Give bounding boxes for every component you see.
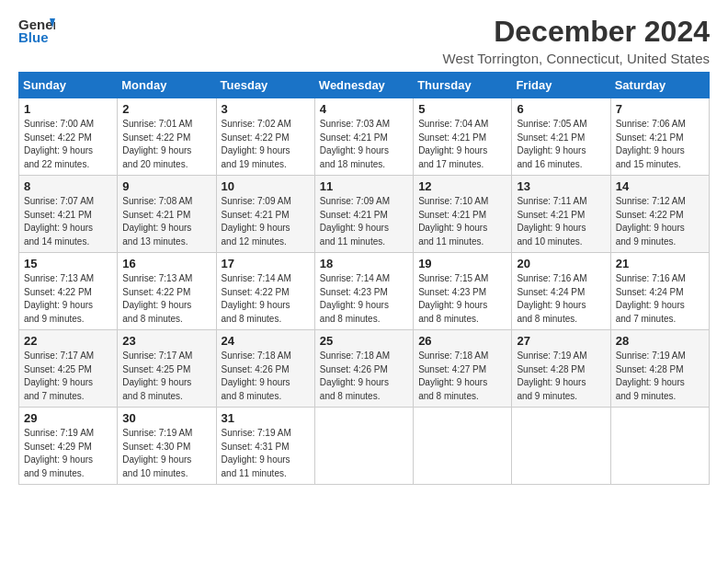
calendar-day-31: 31Sunrise: 7:19 AMSunset: 4:31 PMDayligh… <box>216 408 314 485</box>
calendar-week-4: 22Sunrise: 7:17 AMSunset: 4:25 PMDayligh… <box>19 330 710 408</box>
day-number: 6 <box>517 102 605 116</box>
calendar-day-29: 29Sunrise: 7:19 AMSunset: 4:29 PMDayligh… <box>19 408 118 485</box>
day-number: 22 <box>24 334 112 348</box>
calendar-week-3: 15Sunrise: 7:13 AMSunset: 4:22 PMDayligh… <box>19 253 710 330</box>
day-info: Sunrise: 7:13 AMSunset: 4:22 PMDaylight:… <box>122 272 210 326</box>
calendar-day-7: 7Sunrise: 7:06 AMSunset: 4:21 PMDaylight… <box>610 98 709 176</box>
day-number: 25 <box>320 334 408 348</box>
day-number: 12 <box>418 179 506 193</box>
day-info: Sunrise: 7:11 AMSunset: 4:21 PMDaylight:… <box>517 195 605 248</box>
day-info: Sunrise: 7:07 AMSunset: 4:21 PMDaylight:… <box>24 195 112 248</box>
day-info: Sunrise: 7:13 AMSunset: 4:22 PMDaylight:… <box>24 272 112 326</box>
calendar-header-row: SundayMondayTuesdayWednesdayThursdayFrid… <box>19 73 710 98</box>
day-number: 5 <box>418 102 506 116</box>
day-info: Sunrise: 7:03 AMSunset: 4:21 PMDaylight:… <box>320 118 408 171</box>
page: General Blue December 2024 West Torringt… <box>0 0 728 494</box>
day-info: Sunrise: 7:18 AMSunset: 4:27 PMDaylight:… <box>418 350 506 403</box>
day-info: Sunrise: 7:09 AMSunset: 4:21 PMDaylight:… <box>222 195 310 248</box>
calendar-day-16: 16Sunrise: 7:13 AMSunset: 4:22 PMDayligh… <box>118 253 216 330</box>
day-number: 26 <box>418 334 506 348</box>
day-number: 24 <box>222 334 310 348</box>
day-number: 16 <box>122 257 210 270</box>
day-info: Sunrise: 7:19 AMSunset: 4:30 PMDaylight:… <box>122 427 210 480</box>
day-info: Sunrise: 7:06 AMSunset: 4:21 PMDaylight:… <box>616 118 704 171</box>
main-title: December 2024 <box>443 15 710 49</box>
calendar-day-23: 23Sunrise: 7:17 AMSunset: 4:25 PMDayligh… <box>118 330 216 408</box>
weekday-header-monday: Monday <box>118 73 216 98</box>
calendar-day-8: 8Sunrise: 7:07 AMSunset: 4:21 PMDaylight… <box>19 176 118 253</box>
calendar-day-19: 19Sunrise: 7:15 AMSunset: 4:23 PMDayligh… <box>414 253 512 330</box>
day-info: Sunrise: 7:04 AMSunset: 4:21 PMDaylight:… <box>418 118 506 171</box>
calendar-day-11: 11Sunrise: 7:09 AMSunset: 4:21 PMDayligh… <box>314 176 413 253</box>
day-info: Sunrise: 7:18 AMSunset: 4:26 PMDaylight:… <box>320 350 408 403</box>
day-number: 23 <box>122 334 210 348</box>
day-info: Sunrise: 7:17 AMSunset: 4:25 PMDaylight:… <box>122 350 210 403</box>
header: General Blue December 2024 West Torringt… <box>18 15 710 66</box>
day-number: 15 <box>24 257 112 270</box>
weekday-header-tuesday: Tuesday <box>216 73 314 98</box>
calendar-day-24: 24Sunrise: 7:18 AMSunset: 4:26 PMDayligh… <box>216 330 314 408</box>
calendar-day-4: 4Sunrise: 7:03 AMSunset: 4:21 PMDaylight… <box>314 98 413 176</box>
day-info: Sunrise: 7:18 AMSunset: 4:26 PMDaylight:… <box>222 350 310 403</box>
empty-cell <box>414 408 512 485</box>
day-info: Sunrise: 7:09 AMSunset: 4:21 PMDaylight:… <box>320 195 408 248</box>
weekday-header-friday: Friday <box>512 73 610 98</box>
weekday-header-wednesday: Wednesday <box>314 73 413 98</box>
empty-cell <box>314 408 413 485</box>
logo: General Blue <box>18 15 57 48</box>
day-number: 4 <box>320 102 408 116</box>
day-number: 30 <box>122 411 210 425</box>
empty-cell <box>610 408 709 485</box>
day-number: 9 <box>122 179 210 193</box>
calendar-day-28: 28Sunrise: 7:19 AMSunset: 4:28 PMDayligh… <box>610 330 709 408</box>
weekday-header-sunday: Sunday <box>19 73 118 98</box>
day-number: 28 <box>616 334 704 348</box>
day-info: Sunrise: 7:15 AMSunset: 4:23 PMDaylight:… <box>418 272 506 326</box>
day-info: Sunrise: 7:16 AMSunset: 4:24 PMDaylight:… <box>517 272 605 326</box>
calendar-day-25: 25Sunrise: 7:18 AMSunset: 4:26 PMDayligh… <box>314 330 413 408</box>
calendar-day-13: 13Sunrise: 7:11 AMSunset: 4:21 PMDayligh… <box>512 176 610 253</box>
day-info: Sunrise: 7:02 AMSunset: 4:22 PMDaylight:… <box>222 118 310 171</box>
day-info: Sunrise: 7:01 AMSunset: 4:22 PMDaylight:… <box>122 118 210 171</box>
day-number: 8 <box>24 179 112 193</box>
calendar-day-14: 14Sunrise: 7:12 AMSunset: 4:22 PMDayligh… <box>610 176 709 253</box>
day-number: 18 <box>320 257 408 270</box>
day-info: Sunrise: 7:19 AMSunset: 4:28 PMDaylight:… <box>616 350 704 403</box>
calendar-day-22: 22Sunrise: 7:17 AMSunset: 4:25 PMDayligh… <box>19 330 118 408</box>
day-number: 7 <box>616 102 704 116</box>
subtitle: West Torrington, Connecticut, United Sta… <box>443 51 710 66</box>
calendar-week-2: 8Sunrise: 7:07 AMSunset: 4:21 PMDaylight… <box>19 176 710 253</box>
day-info: Sunrise: 7:19 AMSunset: 4:28 PMDaylight:… <box>517 350 605 403</box>
calendar-day-10: 10Sunrise: 7:09 AMSunset: 4:21 PMDayligh… <box>216 176 314 253</box>
day-number: 17 <box>222 257 310 270</box>
weekday-header-saturday: Saturday <box>610 73 709 98</box>
day-info: Sunrise: 7:17 AMSunset: 4:25 PMDaylight:… <box>24 350 112 403</box>
day-info: Sunrise: 7:16 AMSunset: 4:24 PMDaylight:… <box>616 272 704 326</box>
title-section: December 2024 West Torrington, Connectic… <box>443 15 710 66</box>
calendar-day-6: 6Sunrise: 7:05 AMSunset: 4:21 PMDaylight… <box>512 98 610 176</box>
day-number: 13 <box>517 179 605 193</box>
day-number: 11 <box>320 179 408 193</box>
day-number: 1 <box>24 102 112 116</box>
calendar-day-3: 3Sunrise: 7:02 AMSunset: 4:22 PMDaylight… <box>216 98 314 176</box>
calendar-day-26: 26Sunrise: 7:18 AMSunset: 4:27 PMDayligh… <box>414 330 512 408</box>
day-number: 20 <box>517 257 605 270</box>
day-info: Sunrise: 7:19 AMSunset: 4:29 PMDaylight:… <box>24 427 112 480</box>
day-info: Sunrise: 7:08 AMSunset: 4:21 PMDaylight:… <box>122 195 210 248</box>
weekday-header-thursday: Thursday <box>414 73 512 98</box>
day-number: 3 <box>222 102 310 116</box>
day-number: 21 <box>616 257 704 270</box>
calendar-day-21: 21Sunrise: 7:16 AMSunset: 4:24 PMDayligh… <box>610 253 709 330</box>
day-number: 29 <box>24 411 112 425</box>
calendar-day-12: 12Sunrise: 7:10 AMSunset: 4:21 PMDayligh… <box>414 176 512 253</box>
calendar-week-1: 1Sunrise: 7:00 AMSunset: 4:22 PMDaylight… <box>19 98 710 176</box>
day-info: Sunrise: 7:05 AMSunset: 4:21 PMDaylight:… <box>517 118 605 171</box>
day-number: 19 <box>418 257 506 270</box>
day-number: 10 <box>222 179 310 193</box>
calendar-day-15: 15Sunrise: 7:13 AMSunset: 4:22 PMDayligh… <box>19 253 118 330</box>
calendar-day-17: 17Sunrise: 7:14 AMSunset: 4:22 PMDayligh… <box>216 253 314 330</box>
calendar-week-5: 29Sunrise: 7:19 AMSunset: 4:29 PMDayligh… <box>19 408 710 485</box>
calendar-day-5: 5Sunrise: 7:04 AMSunset: 4:21 PMDaylight… <box>414 98 512 176</box>
day-number: 27 <box>517 334 605 348</box>
svg-text:Blue: Blue <box>18 29 49 45</box>
